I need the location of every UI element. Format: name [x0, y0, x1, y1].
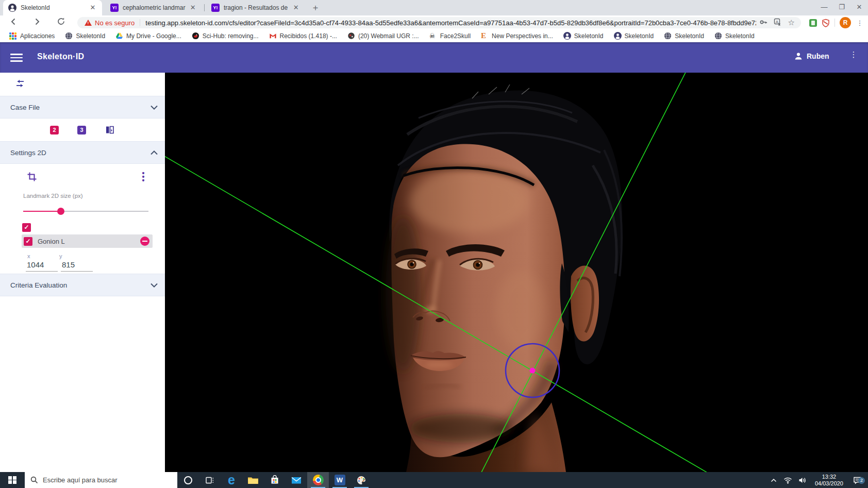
- x-label: x: [27, 253, 30, 259]
- user-icon: [794, 52, 803, 61]
- tray-chevron-up-icon[interactable]: [767, 478, 780, 482]
- section-label: Settings 2D: [10, 149, 46, 157]
- viewport-3d[interactable]: [165, 73, 868, 472]
- window-restore-button[interactable]: ❐: [833, 0, 850, 15]
- extension-green-icon[interactable]: [809, 19, 817, 27]
- file-explorer-button[interactable]: [242, 472, 264, 488]
- browser-profile-avatar[interactable]: R: [840, 17, 851, 28]
- browser-menu-icon[interactable]: ⋮: [856, 19, 864, 27]
- google-drive-icon: [115, 32, 123, 40]
- bookmark-aplicaciones[interactable]: Aplicaciones: [5, 31, 59, 41]
- bookmark-gmail[interactable]: Recibidos (1.418) -...: [265, 31, 341, 41]
- landmark-size-slider[interactable]: [23, 208, 148, 215]
- taskbar-search[interactable]: [25, 472, 177, 488]
- apps-grid-icon: [9, 32, 17, 40]
- cortana-icon: [184, 476, 192, 484]
- translate-icon[interactable]: A: [774, 18, 782, 28]
- wifi-icon[interactable]: [782, 477, 794, 484]
- volume-icon[interactable]: [796, 477, 809, 484]
- store-icon: [270, 475, 279, 485]
- window-close-button[interactable]: ✕: [850, 0, 868, 15]
- y-label: y: [59, 253, 62, 259]
- paint3d-icon: [356, 475, 366, 485]
- search-input[interactable]: [43, 476, 161, 484]
- bookmark-my-drive[interactable]: My Drive - Google...: [111, 31, 186, 41]
- chrome-taskbar-button[interactable]: [307, 472, 329, 488]
- word-icon: W: [335, 475, 345, 485]
- section-case-file[interactable]: Case File: [0, 96, 165, 119]
- webmail-icon: [347, 32, 355, 40]
- section-settings-2d[interactable]: Settings 2D: [0, 141, 165, 164]
- word-taskbar-button[interactable]: W: [329, 472, 350, 488]
- bookmark-skeletonid-5[interactable]: SkeletonId: [710, 31, 759, 41]
- paint3d-taskbar-button[interactable]: [350, 472, 372, 488]
- yahoo-favicon: Y!: [110, 4, 119, 12]
- app-title: Skeleton·ID: [37, 52, 84, 61]
- tab-title: SkeletonId: [21, 4, 50, 11]
- landmarks-visible-checkbox[interactable]: ✓: [22, 223, 31, 232]
- landmark-row-gonion-l[interactable]: ✓ Gonion L: [22, 234, 153, 248]
- chevron-up-icon: [151, 150, 158, 155]
- slider-fill: [23, 211, 61, 212]
- extension-shield-icon[interactable]: [822, 19, 830, 27]
- bookmark-sci-hub[interactable]: Sci-Hub: removing...: [188, 31, 263, 41]
- app-header: Skeleton·ID Ruben ⋮: [0, 42, 868, 73]
- chrome-icon: [313, 475, 324, 485]
- password-key-icon[interactable]: [759, 18, 767, 28]
- x-coordinate-field[interactable]: [26, 259, 58, 272]
- new-tab-button[interactable]: ＋: [309, 2, 322, 14]
- window-minimize-button[interactable]: —: [815, 0, 833, 15]
- tab-close-icon[interactable]: ✕: [293, 4, 299, 12]
- file-explorer-icon: [247, 476, 259, 485]
- store-button[interactable]: [264, 472, 286, 488]
- bookmark-skeletonid[interactable]: SkeletonId: [61, 31, 109, 41]
- header-menu-icon[interactable]: ⋮: [849, 50, 858, 59]
- gmail-icon: [269, 32, 277, 40]
- reload-icon[interactable]: [55, 17, 67, 29]
- chevron-down-icon: [151, 283, 158, 288]
- section-criteria-evaluation[interactable]: Criteria Evaluation: [0, 274, 165, 296]
- tab-tragion[interactable]: Y! tragion - Resultados de Yahoo Es ✕: [206, 0, 304, 15]
- security-label: No es seguro: [95, 19, 135, 27]
- y-coordinate-field[interactable]: [61, 259, 93, 272]
- edge-button[interactable]: e: [221, 472, 242, 488]
- sci-hub-raven-icon: [192, 32, 199, 40]
- remove-landmark-button[interactable]: [140, 237, 149, 246]
- settings-kebab-icon[interactable]: •••: [139, 172, 147, 182]
- hamburger-menu-icon[interactable]: [10, 54, 23, 62]
- browser-toolbar: No es seguro testing.app.skeleton-id.com…: [0, 15, 868, 30]
- view-3d-button[interactable]: 3: [77, 126, 86, 134]
- tab-close-icon[interactable]: ✕: [89, 4, 97, 12]
- bookmark-new-perspectives[interactable]: E New Perspectives in...: [477, 31, 557, 41]
- bookmark-skeletonid-4[interactable]: SkeletonId: [660, 31, 708, 41]
- bookmark-skeletonid-2[interactable]: SkeletonId: [559, 31, 608, 41]
- bookmark-skeletonid-3[interactable]: SkeletonId: [610, 31, 658, 41]
- tab-close-icon[interactable]: ✕: [190, 4, 196, 12]
- browser-tabstrip: SkeletonId ✕ Y! cephalometric landmarks …: [0, 0, 868, 15]
- tab-cephalometric[interactable]: Y! cephalometric landmarks in obli ✕: [105, 0, 201, 15]
- slider-thumb[interactable]: [57, 208, 64, 215]
- swap-panels-icon[interactable]: [13, 77, 27, 90]
- tab-skeletonid[interactable]: SkeletonId ✕: [3, 0, 102, 15]
- skeletonid-favicon: [8, 4, 16, 12]
- section-label: Case File: [10, 104, 40, 111]
- cortana-button[interactable]: [177, 472, 199, 488]
- compare-book-icon[interactable]: [105, 125, 115, 135]
- serif-e-icon: E: [481, 32, 489, 40]
- landmark-checkbox[interactable]: ✓: [24, 237, 32, 246]
- task-view-button[interactable]: [199, 472, 221, 488]
- not-secure-warning-icon[interactable]: [85, 20, 92, 26]
- bookmark-star-icon[interactable]: ☆: [788, 18, 795, 27]
- bookmark-webmail-ugr[interactable]: (20) Webmail UGR :...: [343, 31, 423, 41]
- start-button[interactable]: [0, 472, 25, 488]
- user-chip[interactable]: Ruben: [794, 52, 829, 61]
- bookmark-face2skull[interactable]: ☠ Face2Skull: [425, 31, 475, 41]
- view-2d-button[interactable]: 2: [50, 126, 59, 134]
- mail-button[interactable]: [286, 472, 307, 488]
- clock[interactable]: 13:32 04/03/2020: [811, 474, 847, 487]
- action-center-button[interactable]: 2: [849, 476, 865, 484]
- back-icon[interactable]: [7, 17, 20, 29]
- crop-icon[interactable]: [27, 172, 37, 184]
- forward-icon[interactable]: [31, 17, 43, 29]
- address-bar[interactable]: No es seguro testing.app.skeleton-id.com…: [77, 17, 801, 28]
